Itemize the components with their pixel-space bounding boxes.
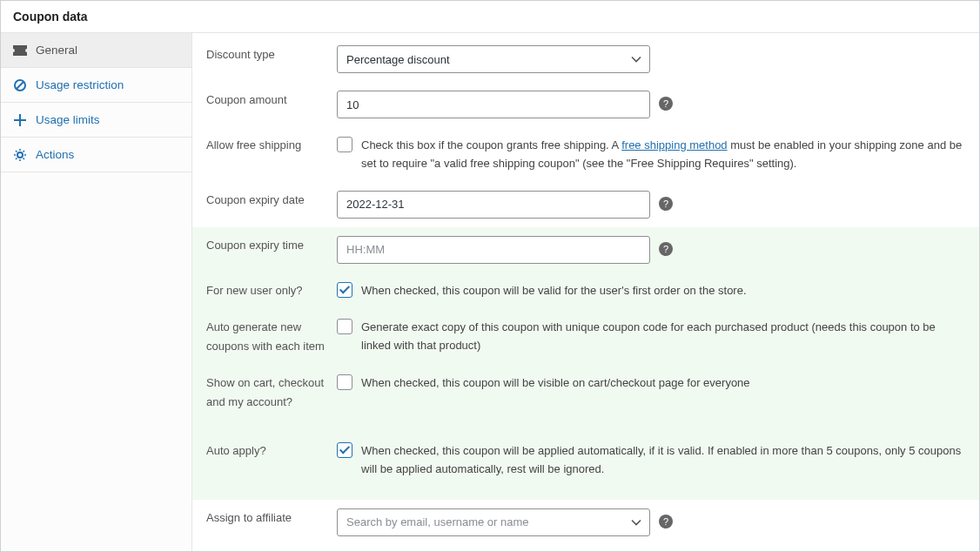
label-auto-apply: Auto apply? (206, 441, 337, 461)
field-new-user: For new user only? When checked, this co… (192, 273, 979, 309)
gear-icon (13, 149, 27, 161)
auto-generate-text: Generate exact copy of this coupon with … (361, 318, 963, 355)
coupon-data-panel: Coupon data General (0, 0, 980, 552)
affiliate-select[interactable]: Search by email, username or name (337, 508, 650, 536)
show-cart-text: When checked, this coupon will be visibl… (361, 374, 750, 392)
help-icon[interactable]: ? (659, 97, 673, 111)
svg-point-4 (17, 152, 23, 158)
tab-label: Usage limits (36, 113, 100, 126)
tab-label: Usage restriction (36, 78, 124, 91)
auto-apply-text: When checked, this coupon will be applie… (361, 441, 963, 479)
label-free-shipping: Allow free shipping (206, 136, 337, 155)
label-expiry-date: Coupon expiry date (206, 191, 337, 210)
adjust-icon (13, 114, 27, 126)
tab-general[interactable]: General (1, 33, 191, 68)
field-show-cart: Show on cart, checkout and my account? W… (192, 365, 979, 421)
expiry-date-input[interactable] (337, 191, 650, 219)
panel-title: Coupon data (1, 1, 979, 33)
free-shipping-checkbox[interactable] (337, 137, 352, 152)
ticket-icon (13, 45, 27, 56)
coupon-amount-input[interactable] (337, 91, 650, 118)
label-new-user: For new user only? (206, 281, 337, 300)
field-expiry-time: Coupon expiry time ? (192, 227, 979, 273)
show-cart-checkbox[interactable] (337, 374, 352, 390)
help-icon[interactable]: ? (659, 197, 673, 211)
field-coupon-amount: Coupon amount ? (192, 82, 979, 127)
field-auto-generate: Auto generate new coupons with each item… (192, 309, 979, 365)
expiry-time-input[interactable] (337, 236, 650, 264)
label-show-cart: Show on cart, checkout and my account? (206, 374, 337, 412)
label-assign-affiliate: Assign to affiliate (206, 508, 337, 528)
ban-icon (13, 79, 27, 91)
label-discount-type: Discount type (206, 45, 337, 64)
tab-label: General (36, 44, 77, 57)
field-free-shipping: Allow free shipping Check this box if th… (192, 127, 979, 182)
new-user-text: When checked, this coupon will be valid … (361, 281, 747, 300)
vertical-tabs: General Usage restriction (1, 33, 192, 551)
free-shipping-link[interactable]: free shipping method (621, 138, 727, 151)
discount-type-select[interactable]: Percentage discount (337, 45, 650, 73)
field-expiry-date: Coupon expiry date ? (192, 182, 979, 227)
free-shipping-text: Check this box if the coupon grants free… (361, 136, 963, 173)
help-icon[interactable]: ? (659, 515, 673, 528)
svg-line-1 (17, 82, 23, 89)
tab-content: Discount type Percentage discount Coupon… (192, 33, 979, 551)
label-auto-generate: Auto generate new coupons with each item (206, 318, 337, 356)
tab-usage-restriction[interactable]: Usage restriction (1, 68, 191, 103)
field-assign-affiliate: Assign to affiliate Search by email, use… (192, 500, 979, 545)
tab-actions[interactable]: Actions (1, 138, 191, 172)
label-expiry-time: Coupon expiry time (206, 236, 337, 255)
tab-usage-limits[interactable]: Usage limits (1, 103, 191, 138)
tab-label: Actions (36, 148, 74, 161)
label-coupon-amount: Coupon amount (206, 91, 337, 110)
help-icon[interactable]: ? (659, 242, 673, 256)
auto-apply-checkbox[interactable] (337, 442, 352, 458)
new-user-checkbox[interactable] (337, 282, 352, 298)
auto-generate-checkbox[interactable] (337, 319, 352, 334)
field-discount-type: Discount type Percentage discount (192, 37, 979, 82)
panel-body: General Usage restriction (1, 33, 979, 551)
field-auto-apply: Auto apply? When checked, this coupon wi… (192, 421, 979, 500)
